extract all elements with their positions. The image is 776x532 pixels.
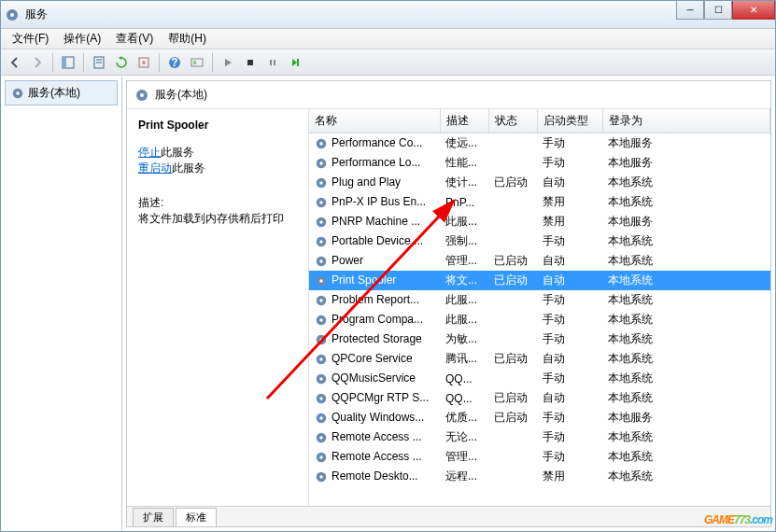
stop-service-line: 停止此服务 <box>138 145 297 161</box>
services-window: 服务 ─ ☐ ✕ 文件(F) 操作(A) 查看(V) 帮助(H) ? <box>0 0 776 532</box>
cell-desc: 使远... <box>440 133 488 154</box>
menubar: 文件(F) 操作(A) 查看(V) 帮助(H) <box>1 29 775 49</box>
service-row[interactable]: Remote Deskto...远程...禁用本地系统 <box>309 467 770 486</box>
service-row[interactable]: Remote Access ...无论...手动本地系统 <box>309 427 770 447</box>
forward-button[interactable] <box>27 52 48 73</box>
service-row[interactable]: Remote Access ...管理...手动本地系统 <box>309 447 770 467</box>
col-status[interactable]: 状态 <box>488 109 537 133</box>
cell-name: QQPCMgr RTP S... <box>309 388 440 408</box>
cell-name: QPCore Service <box>309 349 440 369</box>
start-service-button[interactable] <box>218 52 238 73</box>
toolbar-button[interactable] <box>187 52 207 73</box>
restart-service-button[interactable] <box>285 52 305 73</box>
cell-status <box>488 427 537 447</box>
back-button[interactable] <box>5 52 25 73</box>
refresh-button[interactable] <box>111 52 132 73</box>
cell-name: Power <box>309 251 440 271</box>
menu-view[interactable]: 查看(V) <box>108 29 161 49</box>
menu-help[interactable]: 帮助(H) <box>161 29 214 49</box>
service-row[interactable]: QPCore Service腾讯...已启动自动本地系统 <box>309 349 770 369</box>
service-row[interactable]: Power管理...已启动自动本地系统 <box>309 251 770 271</box>
service-row[interactable]: QQPCMgr RTP S...QQ...已启动自动本地系统 <box>309 388 770 408</box>
show-hide-tree-button[interactable] <box>58 52 78 73</box>
cell-desc: 此服... <box>440 212 488 231</box>
service-list[interactable]: 名称 描述 状态 启动类型 登录为 Performance Co...使远...… <box>309 109 770 506</box>
pause-service-button[interactable] <box>262 52 283 73</box>
cell-name: PnP-X IP Bus En... <box>309 192 440 212</box>
cell-logon: 本地系统 <box>602 329 770 349</box>
maximize-button[interactable]: ☐ <box>704 1 732 20</box>
separator <box>52 53 53 72</box>
stop-link[interactable]: 停止 <box>138 146 161 159</box>
stop-service-button[interactable] <box>240 52 261 73</box>
cell-status <box>488 133 537 154</box>
cell-status <box>488 329 537 349</box>
cell-startup: 自动 <box>537 173 602 192</box>
col-name[interactable]: 名称 <box>309 109 440 133</box>
service-row[interactable]: PNRP Machine ...此服...禁用本地服务 <box>309 212 770 231</box>
gear-icon <box>11 87 24 100</box>
cell-status: 已启动 <box>488 388 537 408</box>
tree-root-services[interactable]: 服务(本地) <box>5 80 118 105</box>
cell-logon: 本地系统 <box>602 467 770 486</box>
titlebar[interactable]: 服务 ─ ☐ ✕ <box>1 1 775 29</box>
cell-logon: 本地系统 <box>602 271 770 290</box>
cell-desc: QQ... <box>440 369 488 388</box>
cell-logon: 本地系统 <box>602 349 770 369</box>
help-button[interactable]: ? <box>164 52 185 73</box>
service-row[interactable]: Plug and Play使计...已启动自动本地系统 <box>309 173 770 192</box>
svg-point-47 <box>319 397 323 400</box>
content-pane: 服务(本地) Print Spooler 停止此服务 重启动此服务 描述: 将文… <box>126 80 771 527</box>
service-row[interactable]: Quality Windows...优质...已启动手动本地服务 <box>309 408 770 427</box>
cell-name: Print Spooler <box>309 271 440 290</box>
minimize-button[interactable]: ─ <box>676 1 704 20</box>
cell-name: Remote Access ... <box>309 447 440 467</box>
cell-status: 已启动 <box>488 271 537 290</box>
cell-logon: 本地系统 <box>602 231 770 251</box>
cell-desc: 管理... <box>440 447 488 467</box>
col-startup[interactable]: 启动类型 <box>537 109 602 133</box>
cell-desc: 性能... <box>440 153 488 173</box>
properties-button[interactable] <box>89 52 109 73</box>
service-row[interactable]: Print Spooler将文...已启动自动本地系统 <box>309 271 770 290</box>
tab-standard[interactable]: 标准 <box>176 508 217 526</box>
cell-desc: 为敏... <box>440 329 488 349</box>
service-table: 名称 描述 状态 启动类型 登录为 Performance Co...使远...… <box>309 109 770 486</box>
cell-status <box>488 153 537 173</box>
service-row[interactable]: Program Compa...此服...手动本地系统 <box>309 310 770 329</box>
cell-logon: 本地服务 <box>602 133 770 154</box>
tab-extended[interactable]: 扩展 <box>133 508 174 526</box>
service-row[interactable]: Performance Lo...性能...手动本地服务 <box>309 153 770 173</box>
cell-logon: 本地系统 <box>602 173 770 192</box>
menu-action[interactable]: 操作(A) <box>56 29 108 49</box>
service-row[interactable]: QQMusicServiceQQ...手动本地系统 <box>309 369 770 388</box>
col-logon[interactable]: 登录为 <box>602 109 770 133</box>
service-row[interactable]: PnP-X IP Bus En...PnP...禁用本地系统 <box>309 192 770 212</box>
cell-status <box>488 467 537 486</box>
cell-desc: 强制... <box>440 231 488 251</box>
svg-point-23 <box>319 161 323 165</box>
service-row[interactable]: Problem Report...此服...手动本地系统 <box>309 290 770 310</box>
service-row[interactable]: Protected Storage为敏...手动本地系统 <box>309 329 770 349</box>
cell-logon: 本地系统 <box>602 427 770 447</box>
cell-logon: 本地系统 <box>602 290 770 310</box>
menu-file[interactable]: 文件(F) <box>5 29 56 49</box>
cell-desc: 使计... <box>440 173 488 192</box>
cell-startup: 手动 <box>537 310 602 329</box>
service-row[interactable]: Portable Device ...强制...手动本地系统 <box>309 231 770 251</box>
close-button[interactable]: ✕ <box>732 1 775 20</box>
view-tabs: 扩展 标准 <box>127 506 770 526</box>
cell-name: Quality Windows... <box>309 408 440 427</box>
cell-logon: 本地系统 <box>602 251 770 271</box>
cell-desc: 将文... <box>440 271 488 290</box>
cell-logon: 本地服务 <box>602 408 770 427</box>
services-icon <box>5 7 20 22</box>
separator <box>159 53 160 72</box>
export-button[interactable] <box>134 52 154 73</box>
service-row[interactable]: Performance Co...使远...手动本地服务 <box>309 133 770 154</box>
window-title: 服务 <box>25 7 48 22</box>
col-desc[interactable]: 描述 <box>440 109 488 133</box>
cell-name: PNRP Machine ... <box>309 212 440 231</box>
restart-link[interactable]: 重启动 <box>138 161 172 175</box>
cell-name: Performance Co... <box>309 133 440 154</box>
